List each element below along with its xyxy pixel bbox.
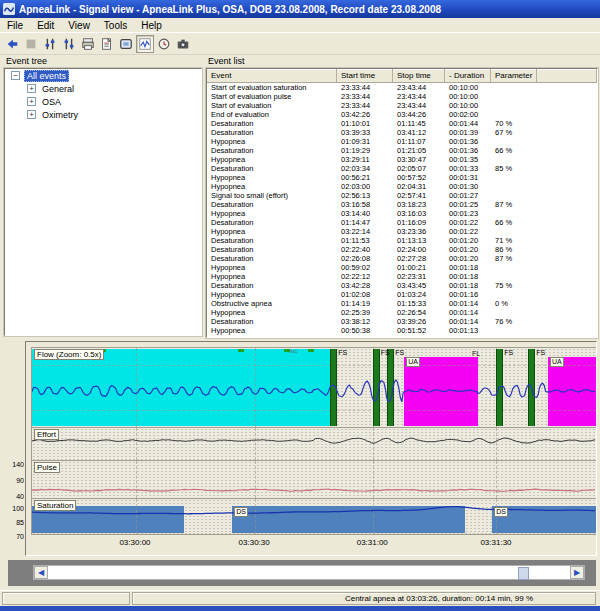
event-cell: 00:51:52 bbox=[393, 326, 445, 335]
tree-item-all-events[interactable]: − All events bbox=[5, 69, 201, 82]
stop-icon[interactable] bbox=[22, 35, 40, 53]
event-row[interactable]: Hypopnea00:59:0201:00:2100:01:18 bbox=[207, 263, 597, 272]
event-row[interactable]: Hypopnea02:03:0002:04:3100:01:30 bbox=[207, 182, 597, 191]
time-tick-label: 03:31:00 bbox=[357, 538, 388, 547]
expand-icon[interactable]: + bbox=[27, 110, 36, 119]
flow-channel[interactable]: Flow (Zoom: 0.5x) UAUAFSFSFSFSFSFLInc bbox=[31, 347, 596, 428]
event-row[interactable]: Hypopnea01:09:3101:11:0700:01:36 bbox=[207, 137, 597, 146]
event-cell: 03:42:26 bbox=[337, 110, 393, 119]
event-row[interactable]: Desaturation03:16:5803:18:2300:01:2587 % bbox=[207, 200, 597, 209]
menu-edit[interactable]: Edit bbox=[30, 20, 61, 31]
back-icon[interactable] bbox=[3, 35, 21, 53]
scroll-right-icon[interactable]: ▶ bbox=[570, 566, 584, 579]
event-cell: 01:13:13 bbox=[393, 236, 445, 245]
menu-tools[interactable]: Tools bbox=[97, 20, 134, 31]
print-icon[interactable] bbox=[79, 35, 97, 53]
signal-view-icon[interactable] bbox=[136, 35, 154, 53]
column-header-start[interactable]: Start time bbox=[337, 69, 393, 82]
event-row[interactable]: Desaturation01:10:0101:11:4500:01:4470 % bbox=[207, 119, 597, 128]
event-row[interactable]: Start of evaluation pulse23:33:4423:43:4… bbox=[207, 92, 597, 101]
tree-item-label[interactable]: General bbox=[40, 84, 76, 94]
signal-analysis-icon[interactable] bbox=[60, 35, 78, 53]
column-header-event[interactable]: Event bbox=[207, 69, 337, 82]
saturation-channel[interactable]: Saturation DSDS bbox=[31, 499, 596, 535]
event-cell bbox=[491, 326, 537, 335]
event-cell: Desaturation bbox=[207, 119, 337, 128]
event-row[interactable]: Hypopnea00:50:3800:51:5200:01:13 bbox=[207, 326, 597, 335]
event-row[interactable]: Desaturation03:38:1203:39:2600:01:1476 % bbox=[207, 317, 597, 326]
event-row[interactable]: Hypopnea02:25:3902:26:5400:01:14 bbox=[207, 308, 597, 317]
column-header-stop[interactable]: Stop time bbox=[393, 69, 445, 82]
event-cell: 02:03:00 bbox=[337, 182, 393, 191]
event-row[interactable]: Hypopnea03:29:1103:30:4700:01:35 bbox=[207, 155, 597, 164]
event-cell: 85 % bbox=[491, 164, 537, 173]
event-cell: Desaturation bbox=[207, 236, 337, 245]
column-header-parameter[interactable]: Parameter bbox=[491, 69, 537, 82]
event-cell: Desaturation bbox=[207, 245, 337, 254]
event-cell: 03:22:14 bbox=[337, 227, 393, 236]
event-row[interactable]: Hypopnea02:22:1202:23:3100:01:18 bbox=[207, 272, 597, 281]
event-row[interactable]: Signal too small (effort)02:56:1302:57:4… bbox=[207, 191, 597, 200]
signal-settings-icon[interactable] bbox=[41, 35, 59, 53]
pulse-channel[interactable]: Pulse bbox=[31, 461, 596, 499]
menu-file[interactable]: File bbox=[0, 20, 30, 31]
toolbar bbox=[0, 33, 600, 55]
time-tick-label: 03:31:30 bbox=[480, 538, 511, 547]
event-cell: 00:56:21 bbox=[337, 173, 393, 182]
event-row[interactable]: Obstructive apnea01:14:1901:15:3300:01:1… bbox=[207, 299, 597, 308]
report-preview-icon[interactable] bbox=[98, 35, 116, 53]
event-row[interactable]: Desaturation03:39:3303:41:1200:01:3967 % bbox=[207, 128, 597, 137]
scrollbar-thumb[interactable] bbox=[518, 567, 529, 580]
event-cell bbox=[491, 110, 537, 119]
status-text: Central apnea at 03:03:26, duration: 00:… bbox=[345, 594, 533, 603]
snapshot-camera-icon[interactable] bbox=[174, 35, 192, 53]
event-row[interactable]: Desaturation02:26:0802:27:2800:01:2087 % bbox=[207, 254, 597, 263]
effort-channel-label: Effort bbox=[34, 429, 59, 440]
event-row[interactable]: Desaturation02:22:4002:24:0000:01:2086 % bbox=[207, 245, 597, 254]
event-row[interactable]: Start of evaluation saturation23:33:4423… bbox=[207, 83, 597, 92]
event-cell: Start of evaluation saturation bbox=[207, 83, 337, 92]
tree-item-oximetry[interactable]: + Oximetry bbox=[5, 108, 201, 121]
menu-view[interactable]: View bbox=[61, 20, 97, 31]
event-cell: 01:00:21 bbox=[393, 263, 445, 272]
horizontal-scrollbar[interactable]: ◀ ▶ bbox=[33, 565, 585, 580]
event-row[interactable]: Desaturation01:11:5301:13:1300:01:2071 % bbox=[207, 236, 597, 245]
event-cell: 00:01:13 bbox=[445, 326, 491, 335]
event-row[interactable]: Desaturation02:03:3402:05:0700:01:3385 % bbox=[207, 164, 597, 173]
event-cell: 01:19:29 bbox=[337, 146, 393, 155]
event-row[interactable]: End of evaluation03:42:2603:44:2600:02:0… bbox=[207, 110, 597, 119]
expand-icon[interactable]: + bbox=[27, 97, 36, 106]
event-row[interactable]: Hypopnea03:14:4003:16:0300:01:23 bbox=[207, 209, 597, 218]
evaluation-icon[interactable] bbox=[155, 35, 173, 53]
expand-icon[interactable]: + bbox=[27, 84, 36, 93]
event-cell: Desaturation bbox=[207, 164, 337, 173]
event-row[interactable]: Hypopnea00:56:2100:57:5200:01:31 bbox=[207, 173, 597, 182]
event-row[interactable]: Hypopnea01:02:0801:03:2400:01:16 bbox=[207, 290, 597, 299]
fs-event-label: FS bbox=[504, 349, 513, 356]
event-row[interactable]: Desaturation03:42:2803:43:4500:01:1875 % bbox=[207, 281, 597, 290]
tree-item-osa[interactable]: + OSA bbox=[5, 95, 201, 108]
event-cell: Desaturation bbox=[207, 128, 337, 137]
tree-item-general[interactable]: + General bbox=[5, 82, 201, 95]
event-cell: 02:22:12 bbox=[337, 272, 393, 281]
title-bar[interactable]: ApneaLink - Signal view - ApneaLink Plus… bbox=[0, 0, 600, 18]
event-cell: 03:39:33 bbox=[337, 128, 393, 137]
event-row[interactable]: Desaturation01:14:4701:16:0900:01:2266 % bbox=[207, 218, 597, 227]
event-cell: 03:16:03 bbox=[393, 209, 445, 218]
pulse-waveform bbox=[32, 461, 596, 498]
event-cell: 02:25:39 bbox=[337, 308, 393, 317]
device-icon[interactable] bbox=[117, 35, 135, 53]
tree-item-label[interactable]: All events bbox=[24, 70, 69, 82]
event-cell: 70 % bbox=[491, 119, 537, 128]
scroll-left-icon[interactable]: ◀ bbox=[34, 566, 48, 579]
event-row[interactable]: Start of evaluation23:33:4423:43:4400:10… bbox=[207, 101, 597, 110]
menu-help[interactable]: Help bbox=[134, 20, 169, 31]
column-header-duration[interactable]: - Duration bbox=[445, 69, 491, 82]
event-cell: 00:10:00 bbox=[445, 83, 491, 92]
tree-item-label[interactable]: Oximetry bbox=[40, 110, 80, 120]
effort-channel[interactable]: Effort bbox=[31, 428, 596, 461]
tree-item-label[interactable]: OSA bbox=[40, 97, 63, 107]
event-row[interactable]: Desaturation01:19:2901:21:0500:01:3666 % bbox=[207, 146, 597, 155]
collapse-icon[interactable]: − bbox=[11, 71, 20, 80]
event-row[interactable]: Hypopnea03:22:1403:23:3600:01:22 bbox=[207, 227, 597, 236]
